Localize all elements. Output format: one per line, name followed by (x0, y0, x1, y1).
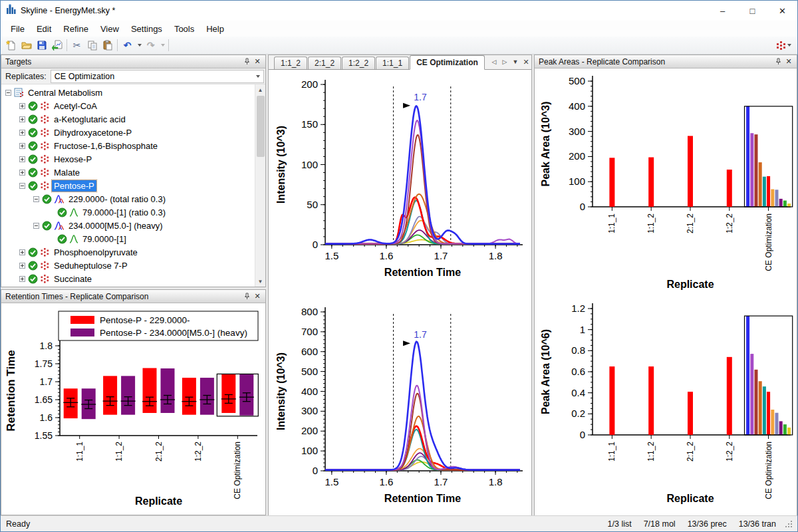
tab-1-2-2[interactable]: 1:2_2 (342, 57, 375, 69)
svg-text:1:2_2: 1:2_2 (194, 442, 203, 462)
tab-close-icon[interactable]: ✕ (521, 56, 531, 68)
expand-icon[interactable] (19, 249, 25, 255)
tree-item-label[interactable]: Central Metabolism (26, 87, 104, 98)
tree-item-label[interactable]: Phosphoenolpyruvate (52, 247, 140, 258)
close-button[interactable]: ✕ (767, 1, 797, 21)
peak-areas-chart-top[interactable]: 01002003004005001:1_11:1_22:1_21:2_2CE O… (535, 68, 797, 293)
check-circle-icon (57, 207, 67, 217)
check-circle-icon (28, 114, 38, 124)
tree-item-acetyl-coa[interactable]: Acetyl-CoA (1, 99, 255, 112)
undo-button-dropdown[interactable] (135, 38, 143, 53)
expand-icon[interactable] (19, 263, 25, 269)
expand-icon[interactable] (19, 143, 25, 149)
peak-areas-chart-bottom[interactable]: 00.20.40.60.811.21:1_11:1_22:1_21:2_2CE … (535, 293, 797, 515)
tree-item-label[interactable]: Acetyl-CoA (52, 100, 99, 112)
expand-icon[interactable] (19, 130, 25, 136)
save-button[interactable] (34, 38, 49, 53)
expand-icon[interactable] (19, 170, 25, 176)
tree-item-229-0000-total-ratio-0-3[interactable]: 229.0000- (total ratio 0.3) (1, 192, 255, 205)
tree-item-seduheptulose-7-p[interactable]: Seduheptulose 7-P (1, 259, 255, 272)
tree-item-label[interactable]: 79.0000-[1] (ratio 0.3) (80, 207, 168, 218)
tree-item-label[interactable]: Dihydroxyacetone-P (52, 127, 134, 138)
pin-icon[interactable] (241, 291, 252, 302)
menu-settings[interactable]: Settings (125, 22, 168, 36)
scroll-up-icon[interactable]: ▲ (255, 84, 266, 95)
collapse-icon[interactable] (33, 223, 39, 229)
tree-item-dihydroxyacetone-p[interactable]: Dihydroxyacetone-P (1, 126, 255, 139)
collapse-icon[interactable] (33, 196, 39, 202)
redo-button-dropdown[interactable] (158, 38, 166, 53)
redo-button[interactable]: ↷ (143, 38, 158, 53)
menu-help[interactable]: Help (200, 22, 230, 36)
svg-text:Retention Time: Retention Time (5, 350, 17, 431)
undo-button[interactable]: ↶ (120, 38, 135, 53)
chromatogram-chart-bottom[interactable]: 01002003004005006007008001.51.61.71.81.7… (269, 293, 533, 517)
pin-icon[interactable] (773, 57, 783, 67)
expand-icon[interactable] (19, 103, 25, 109)
targets-panel-header: Targets ✕ (1, 55, 265, 68)
menu-refine[interactable]: Refine (57, 22, 94, 36)
minimize-button[interactable]: – (708, 1, 737, 21)
cut-button[interactable]: ✂ (69, 38, 84, 53)
targets-scrollbar[interactable]: ▲ ▼ (255, 84, 265, 287)
chromatogram-chart-top[interactable]: 0501001502001.51.61.71.81.7Retention Tim… (269, 70, 533, 293)
tree-item-79-0000-1[interactable]: 79.0000-[1] (1, 232, 255, 245)
expand-icon[interactable] (19, 116, 25, 122)
tree-item-label[interactable]: Malate (52, 167, 82, 178)
toolbar-separator (168, 39, 169, 51)
transition-icon (69, 234, 78, 243)
resize-grip[interactable] (785, 521, 792, 527)
maximize-button[interactable]: □ (737, 1, 767, 21)
tree-item-label[interactable]: Succinate (52, 273, 94, 285)
tree-item-label[interactable]: Seduheptulose 7-P (52, 260, 130, 271)
close-icon[interactable]: ✕ (252, 291, 263, 302)
expand-icon[interactable] (19, 156, 25, 162)
menu-tools[interactable]: Tools (168, 22, 200, 36)
tree-item-fructose-1-6-bisphosphate[interactable]: Fructose-1,6-Bisphosphate (1, 139, 255, 152)
tree-item-label[interactable]: 229.0000- (total ratio 0.3) (66, 194, 168, 205)
tree-item-label[interactable]: Hexose-P (52, 154, 94, 165)
collapse-icon[interactable] (5, 90, 11, 96)
tree-item-label[interactable]: 79.0000-[1] (80, 233, 128, 245)
tab-list-dropdown-icon[interactable]: ▼ (510, 56, 521, 68)
tree-item-phosphoenolpyruvate[interactable]: Phosphoenolpyruvate (1, 245, 255, 259)
menu-file[interactable]: File (5, 22, 31, 36)
tree-item-pentose-p[interactable]: Pentose-P (1, 179, 255, 192)
tab-2-1-2[interactable]: 2:1_2 (308, 57, 341, 69)
tree-item-label[interactable]: Pentose-P (52, 180, 96, 192)
tab-scroll-left-icon[interactable]: ◁ (489, 56, 499, 68)
tree-item-central-metabolism[interactable]: Central Metabolism (1, 86, 255, 99)
expand-icon[interactable] (19, 276, 25, 282)
open-button[interactable] (19, 38, 34, 53)
tab-ce-optimization[interactable]: CE Optimization (410, 55, 485, 70)
pin-icon[interactable] (241, 57, 252, 67)
molecule-mode-button[interactable] (772, 38, 795, 53)
tab-scroll-right-icon[interactable]: ▷ (499, 56, 510, 68)
menu-edit[interactable]: Edit (31, 22, 57, 36)
copy-button[interactable] (84, 38, 100, 53)
scroll-down-icon[interactable]: ▼ (255, 276, 266, 287)
svg-text:0: 0 (313, 465, 318, 476)
retention-times-chart[interactable]: 1.551.61.651.71.751.81:1_11:1_22:1_21:2_… (1, 303, 265, 515)
replicates-dropdown[interactable]: CE Optimization (51, 70, 264, 83)
tree-item-succinate[interactable]: Succinate (1, 272, 255, 285)
scrollbar-thumb[interactable] (257, 96, 265, 157)
import-results-button[interactable] (49, 38, 65, 53)
close-icon[interactable]: ✕ (252, 57, 263, 67)
tree-item-234-0000-m5-0-heavy[interactable]: 234.0000[M5.0-] (heavy) (1, 219, 255, 232)
tree-item-79-0000-1-ratio-0-3[interactable]: 79.0000-[1] (ratio 0.3) (1, 205, 255, 219)
tree-item-hexose-p[interactable]: Hexose-P (1, 152, 255, 166)
tab-1-1-1[interactable]: 1:1_1 (376, 57, 409, 69)
tree-item-label[interactable]: 234.0000[M5.0-] (heavy) (66, 220, 165, 231)
tree-item-label[interactable]: Fructose-1,6-Bisphosphate (52, 140, 160, 152)
tree-item-label[interactable]: a-Ketoglutaric acid (52, 114, 128, 125)
paste-button[interactable] (100, 38, 115, 53)
new-document-button[interactable] (3, 38, 19, 53)
collapse-icon[interactable] (19, 183, 25, 189)
menu-view[interactable]: View (94, 22, 125, 36)
close-icon[interactable]: ✕ (783, 57, 794, 67)
status-counter: 7/18 mol (644, 519, 676, 529)
tree-item-a-ketoglutaric-acid[interactable]: a-Ketoglutaric acid (1, 112, 255, 126)
tab-1-1-2[interactable]: 1:1_2 (274, 57, 307, 69)
tree-item-malate[interactable]: Malate (1, 166, 255, 179)
